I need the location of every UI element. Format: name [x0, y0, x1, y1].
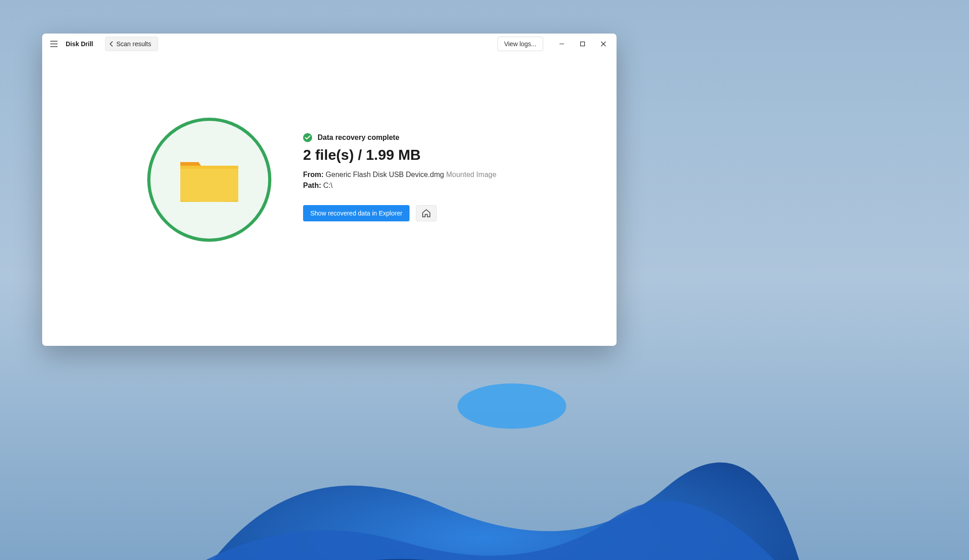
content-area: Data recovery complete 2 file(s) / 1.99 …: [42, 54, 617, 346]
app-window: Disk Drill Scan results View logs...: [42, 34, 617, 346]
status-text: Data recovery complete: [318, 134, 400, 142]
back-label: Scan results: [116, 40, 151, 48]
svg-rect-9: [180, 166, 238, 169]
home-button[interactable]: [416, 205, 437, 221]
back-scan-results-button[interactable]: Scan results: [105, 37, 158, 51]
maximize-button[interactable]: [572, 37, 593, 51]
hamburger-icon: [50, 41, 58, 47]
wallpaper-bloom: [168, 379, 802, 560]
close-button[interactable]: [593, 37, 614, 51]
folder-icon: [178, 155, 241, 205]
path-label: Path:: [303, 182, 321, 189]
minimize-button[interactable]: [551, 37, 572, 51]
status-row: Data recovery complete: [303, 133, 511, 142]
home-icon: [422, 209, 431, 217]
from-suffix: Mounted Image: [446, 171, 497, 178]
chevron-left-icon: [109, 41, 114, 47]
svg-rect-5: [581, 42, 585, 46]
from-value: Generic Flash Disk USB Device.dmg: [326, 171, 444, 178]
maximize-icon: [580, 41, 585, 47]
recovery-summary: 2 file(s) / 1.99 MB: [303, 147, 511, 163]
from-label: From:: [303, 171, 323, 178]
hamburger-menu-button[interactable]: [47, 37, 61, 51]
path-line: Path: C:\: [303, 182, 511, 190]
view-logs-button[interactable]: View logs...: [497, 37, 543, 51]
svg-rect-8: [180, 166, 238, 202]
check-badge-icon: [303, 133, 312, 142]
window-controls: [551, 37, 614, 51]
from-line: From: Generic Flash Disk USB Device.dmg …: [303, 171, 511, 179]
titlebar: Disk Drill Scan results View logs...: [42, 34, 617, 54]
svg-point-0: [458, 383, 566, 429]
success-folder-graphic: [147, 118, 271, 242]
show-recovered-button[interactable]: Show recovered data in Explorer: [303, 205, 410, 221]
close-icon: [601, 41, 606, 47]
minimize-icon: [559, 41, 564, 47]
actions-row: Show recovered data in Explorer: [303, 205, 511, 221]
path-value: C:\: [323, 182, 332, 189]
info-column: Data recovery complete 2 file(s) / 1.99 …: [303, 118, 511, 221]
app-title: Disk Drill: [66, 40, 93, 48]
